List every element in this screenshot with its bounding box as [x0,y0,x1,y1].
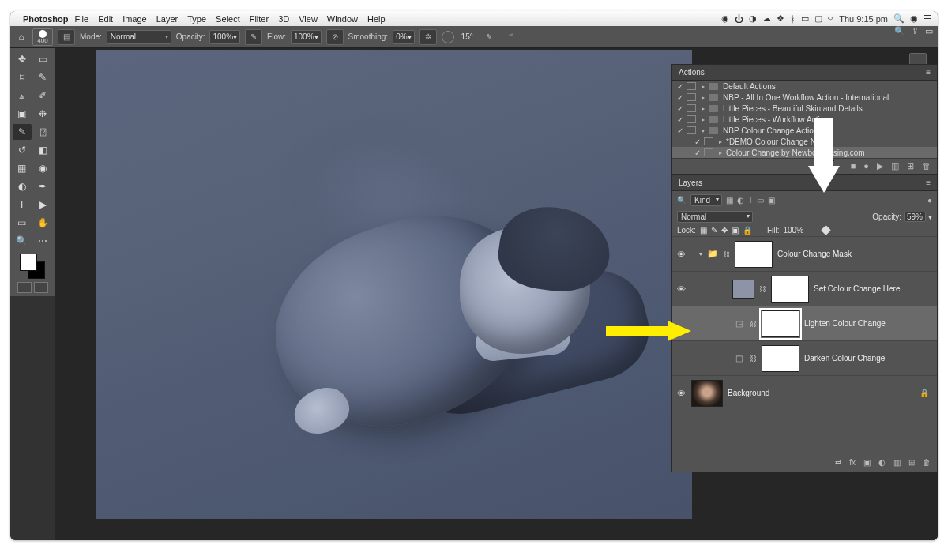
flow-value[interactable]: 100% ▾ [291,30,322,44]
toggle-dialog-icon[interactable] [704,148,713,156]
path-select-tool[interactable]: ▶ [34,197,53,212]
hand-tool[interactable]: ✋ [34,215,53,231]
quick-select-tool[interactable]: ✎ [34,70,53,85]
search-icon[interactable]: 🔍 [894,26,905,36]
layer-name[interactable]: Background [728,389,769,397]
menu-filter[interactable]: Filter [250,14,269,24]
disclosure-icon[interactable]: ▸ [699,83,707,90]
menu-3d[interactable]: 3D [278,14,289,24]
action-row[interactable]: ✓▸Little Pieces - Workflow Actions [672,114,937,125]
zoom-tool[interactable]: 🔍 [13,233,32,249]
lasso-tool[interactable]: ⌑ [13,70,32,85]
color-swatches[interactable] [20,254,45,279]
opacity-value[interactable]: 100% ▾ [209,30,240,44]
toggle-dialog-icon[interactable] [687,93,696,101]
layer-mask-thumb[interactable] [762,310,799,337]
toggle-dialog-icon[interactable] [687,104,696,112]
menu-layer[interactable]: Layer [156,14,179,24]
record-icon[interactable]: ● [863,161,869,171]
toggle-dialog-icon[interactable] [687,82,696,90]
action-row[interactable]: ✓▾NBP Colour Change Action [672,125,937,136]
new-action-icon[interactable]: ⊞ [907,161,914,171]
menu-type[interactable]: Type [187,14,206,24]
lock-position-icon[interactable]: ✎ [711,226,717,235]
layer-mask-thumb[interactable] [762,345,799,372]
eyedropper-tool[interactable]: ✐ [34,88,53,103]
layer-name[interactable]: Colour Change Mask [777,250,852,258]
app-name[interactable]: Photoshop [23,14,68,24]
bluetooth-icon[interactable]: ᚼ [790,14,796,24]
visibility-icon[interactable]: 👁 [675,389,687,398]
layer-name[interactable]: Lighten Colour Change [804,319,886,328]
filter-toggle-icon[interactable]: ● [927,196,932,205]
action-row[interactable]: ✓▸Colour Change by NewbornPosing.com [672,147,937,158]
layer-mask-thumb[interactable] [735,241,773,268]
pressure-size-icon[interactable]: ✎ [480,29,498,45]
stop-icon[interactable]: ■ [851,161,856,171]
lock-pixels-icon[interactable]: ✥ [721,226,728,235]
blur-tool[interactable]: ◉ [34,160,53,176]
add-mask-icon[interactable]: ▣ [863,458,871,467]
filter-adjust-icon[interactable]: ◐ [737,196,744,205]
toggle-check-icon[interactable]: ✓ [675,82,685,91]
new-adjustment-icon[interactable]: ◐ [878,458,886,467]
pen-tool[interactable]: ✒ [34,179,53,194]
smoothing-value[interactable]: 0% ▾ [393,30,414,44]
menu-edit[interactable]: Edit [98,14,113,24]
spotlight-icon[interactable]: 🔍 [893,13,905,24]
disclosure-icon[interactable]: ▸ [699,105,707,112]
fill-slider[interactable] [791,224,933,238]
action-row[interactable]: ✓▸Default Actions [672,81,937,92]
toggle-check-icon[interactable]: ✓ [675,115,685,124]
record-icon[interactable]: ◉ [721,13,729,24]
lock-nested-icon[interactable]: ▣ [732,226,739,235]
layer-mask-thumb[interactable] [771,276,809,303]
layer-name[interactable]: Darken Colour Change [804,354,885,363]
angle-dial[interactable] [442,31,454,43]
marquee-tool[interactable]: ▭ [34,51,53,67]
disclosure-icon[interactable]: ▸ [717,149,724,156]
siri-icon[interactable]: ◉ [910,13,918,24]
brush-preset-picker[interactable]: 400 [32,28,53,46]
actions-panel-header[interactable]: Actions ≡ [672,65,937,81]
sync-icon[interactable]: ◑ [749,13,757,24]
visibility-icon[interactable]: 👁 [675,250,687,259]
quickmask-icon[interactable] [17,282,32,293]
smoothing-options-icon[interactable]: ✲ [419,29,437,45]
toggle-check-icon[interactable]: ✓ [675,104,685,113]
disclosure-icon[interactable]: ▸ [699,94,707,101]
frame-tool[interactable]: ▣ [13,106,32,122]
lock-icon[interactable]: 🔒 [743,226,752,235]
panel-menu-icon[interactable]: ≡ [926,68,931,77]
new-group-icon[interactable]: ▥ [893,458,901,467]
airplay-icon[interactable]: ▢ [814,13,822,24]
visibility-icon[interactable]: 👁 [675,284,687,294]
display-icon[interactable]: ▭ [801,13,809,24]
arrange-icon[interactable]: ▭ [925,26,933,36]
toggle-check-icon[interactable]: ✓ [675,93,685,102]
crop-tool[interactable]: ⟁ [13,88,32,103]
play-icon[interactable]: ▶ [877,161,883,171]
delete-layer-icon[interactable]: 🗑 [923,458,931,467]
menu-select[interactable]: Select [216,14,240,24]
layer-row[interactable]: 👁Background🔒 [672,375,937,410]
layer-opacity-value[interactable]: 59% [904,212,926,222]
cc-icon[interactable]: ⏻ [735,14,743,24]
delete-icon[interactable]: 🗑 [922,161,931,171]
layer-filter-kind[interactable]: Kind [690,194,722,206]
lock-all-icon[interactable]: ▦ [700,226,707,235]
layers-panel-header[interactable]: Layers ≡ [672,175,937,191]
action-row[interactable]: ✓▸NBP - All In One Workflow Action - Int… [672,92,937,103]
filter-smart-icon[interactable]: ▣ [768,196,775,205]
brush-tool[interactable]: ✎ [13,124,32,140]
new-set-icon[interactable]: ▥ [891,161,899,171]
action-row[interactable]: ✓▸*DEMO Colour Change NBP [672,136,937,147]
fill-slider-thumb[interactable] [821,225,831,235]
menu-help[interactable]: Help [367,14,386,24]
layer-thumb[interactable] [732,280,754,299]
toggle-check-icon[interactable]: ✓ [675,126,685,135]
panel-menu-icon[interactable]: ≡ [926,179,931,187]
toggle-dialog-icon[interactable] [704,137,713,145]
rectangle-tool[interactable]: ▭ [13,215,32,231]
screenmode-icon[interactable] [34,282,48,293]
